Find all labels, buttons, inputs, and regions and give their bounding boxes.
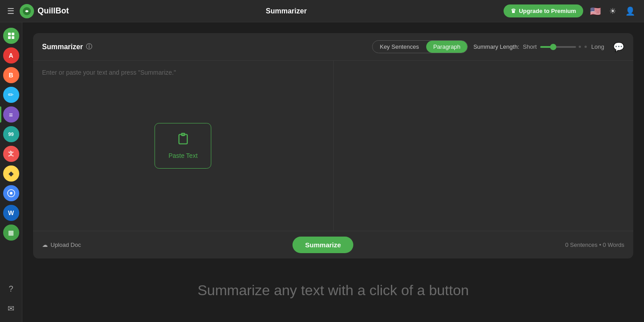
length-slider[interactable] bbox=[540, 46, 588, 48]
svg-point-6 bbox=[10, 192, 13, 195]
top-nav: ☰ QuillBot Summarizer ♛ Upgrade to Premi… bbox=[0, 0, 644, 22]
svg-rect-2 bbox=[12, 33, 14, 35]
logo-text: QuillBot bbox=[38, 6, 69, 16]
slider-dot-1 bbox=[579, 46, 581, 48]
sidebar-item-premium[interactable]: ◆ bbox=[3, 165, 19, 182]
card-footer: ☁ Upload Doc Summarize 0 Sentences • 0 W… bbox=[33, 231, 633, 258]
summary-length-control: Summary Length: Short Long bbox=[473, 43, 604, 50]
theme-toggle-icon[interactable]: ☀ bbox=[607, 4, 618, 18]
summarize-button[interactable]: Summarize bbox=[292, 237, 353, 253]
bottom-tagline: Summarize any text with a click of a but… bbox=[198, 282, 469, 299]
paste-text-button[interactable]: Paste Text bbox=[155, 123, 212, 169]
logo[interactable]: QuillBot bbox=[20, 4, 69, 18]
logo-icon bbox=[20, 4, 34, 18]
user-icon[interactable]: 👤 bbox=[623, 4, 637, 18]
input-panel[interactable]: Enter or paste your text and press "Summ… bbox=[33, 61, 334, 231]
upload-doc-button[interactable]: ☁ Upload Doc bbox=[42, 242, 81, 248]
sidebar-item-translate[interactable]: 文 bbox=[3, 146, 19, 162]
sidebar-item-home[interactable] bbox=[3, 28, 19, 44]
nav-center: Summarizer bbox=[74, 7, 498, 15]
chat-icon[interactable]: 💬 bbox=[613, 42, 624, 52]
card-header: Summarizer ⓘ Key Sentences Paragraph Sum… bbox=[33, 33, 633, 61]
sidebar-item-summarizer[interactable]: ≡ bbox=[3, 106, 19, 123]
input-placeholder: Enter or paste your text and press "Summ… bbox=[42, 68, 324, 77]
slider-dot-2 bbox=[585, 46, 587, 48]
sidebar-item-word[interactable]: W bbox=[3, 205, 19, 221]
mode-toggle: Key Sentences Paragraph bbox=[372, 40, 468, 53]
editor-area: Enter or paste your text and press "Summ… bbox=[33, 61, 633, 231]
menu-icon[interactable]: ☰ bbox=[7, 6, 14, 16]
summarizer-card: Summarizer ⓘ Key Sentences Paragraph Sum… bbox=[33, 33, 633, 258]
page-title: Summarizer bbox=[266, 7, 307, 15]
upgrade-button[interactable]: ♛ Upgrade to Premium bbox=[504, 4, 583, 17]
svg-rect-1 bbox=[8, 33, 11, 35]
mail-icon[interactable]: ✉ bbox=[3, 301, 19, 317]
main-layout: A B ✏ ≡ 99 文 ◆ W ▦ ? ✉ bbox=[0, 22, 644, 322]
sidebar: A B ✏ ≡ 99 文 ◆ W ▦ ? ✉ bbox=[0, 22, 22, 322]
info-icon[interactable]: ⓘ bbox=[86, 43, 92, 51]
help-icon[interactable]: ? bbox=[3, 281, 19, 297]
sidebar-item-grammar[interactable]: B bbox=[3, 67, 19, 83]
bottom-section: Summarize any text with a click of a but… bbox=[33, 258, 633, 322]
sidebar-item-citation[interactable]: 99 bbox=[3, 126, 19, 142]
crown-icon: ♛ bbox=[511, 8, 516, 14]
nav-right: ♛ Upgrade to Premium 🇺🇸 ☀ 👤 bbox=[504, 4, 637, 18]
paragraph-mode-button[interactable]: Paragraph bbox=[426, 41, 468, 53]
word-count: 0 Sentences • 0 Words bbox=[565, 242, 624, 248]
output-panel bbox=[334, 61, 634, 231]
upload-icon: ☁ bbox=[42, 242, 48, 248]
sidebar-bottom: ? ✉ bbox=[3, 281, 19, 317]
svg-rect-3 bbox=[8, 36, 11, 39]
content-area: Summarizer ⓘ Key Sentences Paragraph Sum… bbox=[22, 22, 644, 322]
key-sentences-mode-button[interactable]: Key Sentences bbox=[373, 41, 426, 53]
svg-rect-8 bbox=[182, 133, 185, 136]
sidebar-item-paraphrase[interactable]: A bbox=[3, 47, 19, 64]
clipboard-icon bbox=[177, 132, 189, 148]
sidebar-item-sheets[interactable]: ▦ bbox=[3, 225, 19, 241]
sidebar-item-chrome[interactable] bbox=[3, 185, 19, 201]
sidebar-item-writer[interactable]: ✏ bbox=[3, 87, 19, 103]
svg-rect-4 bbox=[12, 36, 14, 39]
paste-btn-container: Paste Text bbox=[155, 123, 212, 169]
card-title: Summarizer ⓘ bbox=[42, 43, 92, 51]
language-flag[interactable]: 🇺🇸 bbox=[589, 4, 602, 18]
